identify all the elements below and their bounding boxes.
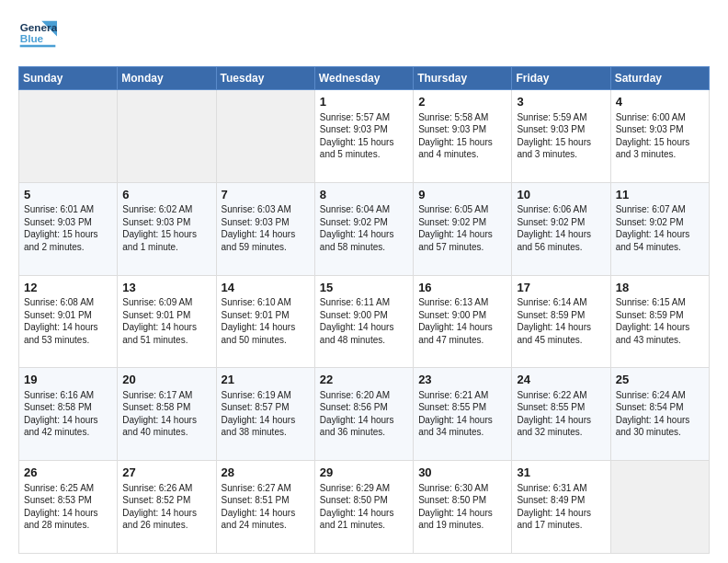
- day-number: 5: [24, 187, 112, 203]
- daylight-hours: Daylight: 14 hours and 19 minutes.: [418, 508, 493, 531]
- day-number: 27: [122, 465, 210, 481]
- day-number: 3: [517, 94, 605, 110]
- column-header-wednesday: Wednesday: [314, 67, 413, 90]
- column-header-friday: Friday: [512, 67, 610, 90]
- calendar-week-1: 1Sunrise: 5:57 AMSunset: 9:03 PMDaylight…: [19, 90, 710, 183]
- sunset-time: Sunset: 8:59 PM: [517, 310, 585, 320]
- sunset-time: Sunset: 9:03 PM: [24, 217, 92, 227]
- day-number: 30: [418, 465, 506, 481]
- daylight-hours: Daylight: 14 hours and 50 minutes.: [222, 322, 296, 345]
- daylight-hours: Daylight: 14 hours and 34 minutes.: [418, 415, 493, 438]
- daylight-hours: Daylight: 14 hours and 54 minutes.: [616, 229, 690, 252]
- calendar-cell: 1Sunrise: 5:57 AMSunset: 9:03 PMDaylight…: [314, 90, 413, 183]
- day-number: 9: [418, 187, 506, 203]
- sunset-time: Sunset: 9:02 PM: [616, 217, 684, 227]
- sunrise-time: Sunrise: 5:59 AM: [517, 112, 586, 122]
- calendar-week-5: 26Sunrise: 6:25 AMSunset: 8:53 PMDayligh…: [19, 461, 710, 554]
- calendar-cell: 26Sunrise: 6:25 AMSunset: 8:53 PMDayligh…: [19, 461, 118, 554]
- sunrise-time: Sunrise: 6:16 AM: [24, 390, 94, 400]
- daylight-hours: Daylight: 14 hours and 51 minutes.: [122, 322, 197, 345]
- day-number: 28: [222, 465, 310, 481]
- day-number: 20: [122, 372, 210, 388]
- column-header-thursday: Thursday: [414, 67, 512, 90]
- sunrise-time: Sunrise: 6:07 AM: [616, 204, 686, 214]
- day-number: 18: [616, 280, 704, 296]
- calendar-cell: 29Sunrise: 6:29 AMSunset: 8:50 PMDayligh…: [314, 461, 413, 554]
- calendar-cell: 15Sunrise: 6:11 AMSunset: 9:00 PMDayligh…: [314, 275, 413, 368]
- logo-icon: General Blue: [18, 15, 57, 57]
- sunset-time: Sunset: 8:55 PM: [418, 402, 486, 412]
- daylight-hours: Daylight: 15 hours and 5 minutes.: [320, 137, 394, 160]
- sunrise-time: Sunrise: 6:31 AM: [517, 483, 586, 493]
- sunrise-time: Sunrise: 6:21 AM: [418, 390, 488, 400]
- day-number: 1: [320, 94, 408, 110]
- calendar-cell: 17Sunrise: 6:14 AMSunset: 8:59 PMDayligh…: [512, 275, 610, 368]
- sunrise-time: Sunrise: 6:20 AM: [320, 390, 390, 400]
- calendar-cell: 9Sunrise: 6:05 AMSunset: 9:02 PMDaylight…: [414, 182, 512, 275]
- day-number: 24: [517, 372, 605, 388]
- calendar-cell: 16Sunrise: 6:13 AMSunset: 9:00 PMDayligh…: [414, 275, 512, 368]
- day-number: 16: [418, 280, 506, 296]
- sunset-time: Sunset: 9:03 PM: [222, 217, 290, 227]
- sunset-time: Sunset: 9:03 PM: [320, 124, 388, 134]
- sunrise-time: Sunrise: 6:09 AM: [122, 297, 192, 307]
- calendar-cell: [610, 461, 709, 554]
- sunrise-time: Sunrise: 6:13 AM: [418, 297, 488, 307]
- sunset-time: Sunset: 9:03 PM: [517, 124, 585, 134]
- calendar-cell: [216, 90, 314, 183]
- calendar-cell: 19Sunrise: 6:16 AMSunset: 8:58 PMDayligh…: [19, 368, 118, 461]
- calendar-cell: 21Sunrise: 6:19 AMSunset: 8:57 PMDayligh…: [216, 368, 314, 461]
- daylight-hours: Daylight: 14 hours and 42 minutes.: [24, 415, 98, 438]
- header: General Blue: [18, 15, 710, 57]
- daylight-hours: Daylight: 14 hours and 58 minutes.: [320, 229, 394, 252]
- day-number: 13: [122, 280, 210, 296]
- calendar-cell: 18Sunrise: 6:15 AMSunset: 8:59 PMDayligh…: [610, 275, 709, 368]
- day-number: 23: [418, 372, 506, 388]
- daylight-hours: Daylight: 14 hours and 45 minutes.: [517, 322, 591, 345]
- sunrise-time: Sunrise: 6:19 AM: [222, 390, 291, 400]
- daylight-hours: Daylight: 15 hours and 3 minutes.: [616, 137, 690, 160]
- daylight-hours: Daylight: 14 hours and 48 minutes.: [320, 322, 394, 345]
- daylight-hours: Daylight: 14 hours and 28 minutes.: [24, 508, 98, 531]
- day-number: 29: [320, 465, 408, 481]
- sunset-time: Sunset: 8:51 PM: [222, 495, 290, 505]
- daylight-hours: Daylight: 14 hours and 57 minutes.: [418, 229, 493, 252]
- calendar-week-2: 5Sunrise: 6:01 AMSunset: 9:03 PMDaylight…: [19, 182, 710, 275]
- calendar-cell: 27Sunrise: 6:26 AMSunset: 8:52 PMDayligh…: [118, 461, 216, 554]
- calendar-cell: 20Sunrise: 6:17 AMSunset: 8:58 PMDayligh…: [118, 368, 216, 461]
- day-number: 19: [24, 372, 112, 388]
- calendar-cell: 13Sunrise: 6:09 AMSunset: 9:01 PMDayligh…: [118, 275, 216, 368]
- daylight-hours: Daylight: 14 hours and 56 minutes.: [517, 229, 591, 252]
- sunset-time: Sunset: 9:00 PM: [418, 310, 486, 320]
- sunset-time: Sunset: 9:03 PM: [616, 124, 684, 134]
- daylight-hours: Daylight: 15 hours and 2 minutes.: [24, 229, 98, 252]
- sunrise-time: Sunrise: 6:00 AM: [616, 112, 686, 122]
- calendar-cell: 25Sunrise: 6:24 AMSunset: 8:54 PMDayligh…: [610, 368, 709, 461]
- daylight-hours: Daylight: 15 hours and 4 minutes.: [418, 137, 493, 160]
- calendar-cell: 24Sunrise: 6:22 AMSunset: 8:55 PMDayligh…: [512, 368, 610, 461]
- daylight-hours: Daylight: 14 hours and 21 minutes.: [320, 508, 394, 531]
- day-number: 21: [222, 372, 310, 388]
- sunrise-time: Sunrise: 6:02 AM: [122, 204, 192, 214]
- sunrise-time: Sunrise: 5:57 AM: [320, 112, 390, 122]
- calendar-cell: 31Sunrise: 6:31 AMSunset: 8:49 PMDayligh…: [512, 461, 610, 554]
- column-header-saturday: Saturday: [610, 67, 709, 90]
- column-header-monday: Monday: [118, 67, 216, 90]
- daylight-hours: Daylight: 14 hours and 24 minutes.: [222, 508, 296, 531]
- day-number: 17: [517, 280, 605, 296]
- calendar-week-4: 19Sunrise: 6:16 AMSunset: 8:58 PMDayligh…: [19, 368, 710, 461]
- sunrise-time: Sunrise: 6:14 AM: [517, 297, 586, 307]
- sunrise-time: Sunrise: 6:25 AM: [24, 483, 94, 493]
- sunrise-time: Sunrise: 6:06 AM: [517, 204, 586, 214]
- calendar-cell: 3Sunrise: 5:59 AMSunset: 9:03 PMDaylight…: [512, 90, 610, 183]
- calendar-cell: [118, 90, 216, 183]
- day-number: 2: [418, 94, 506, 110]
- daylight-hours: Daylight: 14 hours and 43 minutes.: [616, 322, 690, 345]
- sunset-time: Sunset: 8:57 PM: [222, 402, 290, 412]
- sunset-time: Sunset: 8:58 PM: [24, 402, 92, 412]
- day-number: 22: [320, 372, 408, 388]
- sunrise-time: Sunrise: 6:11 AM: [320, 297, 390, 307]
- sunrise-time: Sunrise: 6:15 AM: [616, 297, 686, 307]
- sunrise-time: Sunrise: 6:26 AM: [122, 483, 192, 493]
- calendar-cell: 8Sunrise: 6:04 AMSunset: 9:02 PMDaylight…: [314, 182, 413, 275]
